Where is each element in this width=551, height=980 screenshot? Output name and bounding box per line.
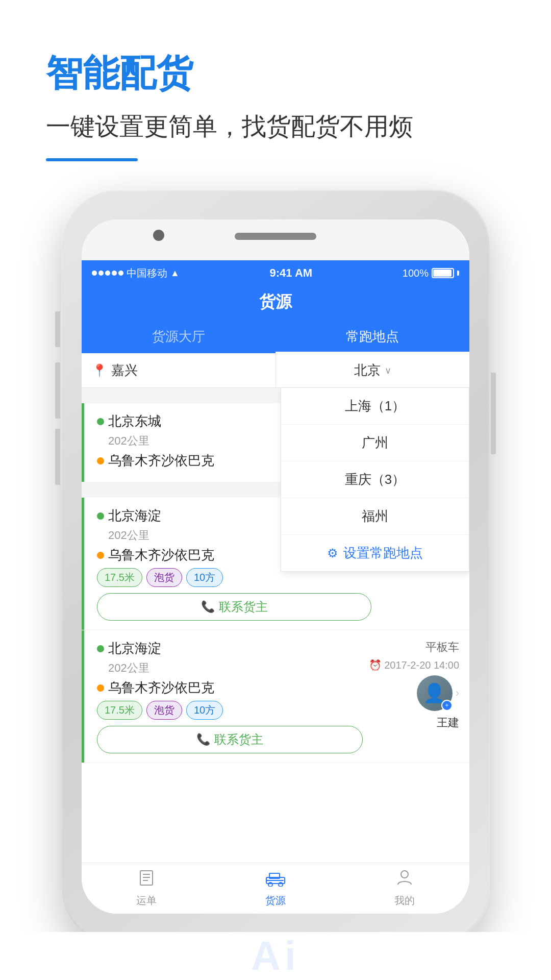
tags-row: 17.5米 泡货 10方 [97,701,363,720]
dest-city: 北京 [354,361,381,379]
status-bar: 中国移动 ▲ 9:41 AM 100% [82,260,469,286]
phone-mockup: 中国移动 ▲ 9:41 AM 100% 货源 货源大厅 常跑地点 [61,189,490,944]
profile-icon [396,869,413,891]
contact-button[interactable]: 📞 联系货主 [97,593,371,621]
tag-cargo-type: 泡货 [146,701,182,720]
settings-label: 设置常跑地点 [343,544,423,562]
route-distance: 202公里 [108,660,363,676]
waybill-label: 运单 [136,894,157,908]
app-header: 货源 货源大厅 常跑地点 [82,286,469,353]
truck-type: 平板车 [425,640,459,655]
phone-icon: 📞 [201,600,215,614]
origin-name: 北京海淀 [108,507,161,525]
location-origin[interactable]: 📍 嘉兴 [82,353,276,387]
city-dropdown[interactable]: 上海（1） 广州 重庆（3） 福州 ⚙ 设置常跑地点 [281,388,469,572]
contact-button[interactable]: 📞 联系货主 [97,726,363,753]
nav-item-cargo[interactable]: 货源 [211,869,340,908]
dest-name: 乌鲁木齐沙依巴克 [108,679,214,697]
settings-gear-icon: ⚙ [327,546,338,560]
tag-volume: 10方 [186,701,223,720]
dropdown-item-shanghai[interactable]: 上海（1） [281,388,469,425]
phone-top-bar [82,219,469,260]
avatar-person-icon: 👤 [423,682,446,704]
main-content: 北京东城 202公里 乌鲁木齐沙依巴克 [82,388,469,763]
contact-label: 联系货主 [214,731,263,748]
list-item-main: 北京海淀 202公里 乌鲁木齐沙依巴克 17.5米 泡货 10方 [92,640,363,753]
status-left: 中国移动 ▲ [92,266,180,280]
chevron-right-icon: › [456,687,459,700]
svg-point-9 [401,871,408,878]
battery-bar [432,268,454,278]
page-underline [46,158,138,161]
avatar-badge-icon: + [445,702,448,709]
nav-item-profile[interactable]: 我的 [340,869,469,908]
cargo-icon [265,869,286,891]
status-time: 9:41 AM [270,266,313,280]
phone-camera [153,230,164,241]
phone-button-volume-down [55,429,60,485]
timestamp: ⏰ 2017-2-20 14:00 [369,659,459,671]
origin-dot [97,512,104,520]
origin-dot [97,645,104,652]
tab-hall[interactable]: 货源大厅 [82,322,276,353]
phone-button-mute [55,311,60,347]
app-tabs: 货源大厅 常跑地点 [82,322,469,353]
signal-dots [92,271,123,276]
location-pin-icon: 📍 [92,363,107,378]
location-bar: 📍 嘉兴 北京 ∨ [82,353,469,388]
phone-button-volume-up [55,362,60,419]
driver-info: 👤 + › [417,675,459,711]
list-item-bar [82,498,84,630]
phone-speaker [235,233,316,240]
nav-item-waybill[interactable]: 运单 [82,869,211,908]
tag-length: 17.5米 [97,701,142,720]
origin-row: 北京海淀 [97,640,363,657]
tag-length: 17.5米 [97,568,142,587]
dropdown-settings[interactable]: ⚙ 设置常跑地点 [281,535,469,571]
tag-cargo-type: 泡货 [146,568,182,587]
dropdown-item-guangzhou[interactable]: 广州 [281,425,469,461]
origin-city: 嘉兴 [111,361,138,379]
driver-name: 王建 [437,715,459,730]
page-header: 智能配货 一键设置更简单，找货配货不用烦 [46,51,413,161]
tag-volume: 10方 [186,568,223,587]
carrier-name: 中国移动 [127,266,167,280]
dropdown-item-chongqing[interactable]: 重庆（3） [281,461,469,498]
ai-text: Ai [251,933,300,979]
dest-row: 乌鲁木齐沙依巴克 [97,679,363,697]
dest-dot [97,457,104,464]
chevron-down-icon: ∨ [385,365,391,376]
dest-name: 乌鲁木齐沙依巴克 [108,546,214,564]
dest-dot [97,552,104,559]
avatar: 👤 + [417,675,453,711]
cargo-label: 货源 [265,894,286,908]
dropdown-item-fuzhou[interactable]: 福州 [281,498,469,535]
battery-fill [433,270,452,277]
phone-screen: 中国移动 ▲ 9:41 AM 100% 货源 货源大厅 常跑地点 [82,219,469,914]
profile-label: 我的 [394,894,415,908]
battery-percent: 100% [403,267,429,279]
list-item-bar [82,630,84,763]
list-item-bar [82,403,84,482]
phone-icon: 📞 [196,733,210,746]
origin-dot [97,418,104,425]
bottom-ai-section: Ai [0,932,551,980]
page-title: 智能配货 [46,51,413,95]
tab-frequent[interactable]: 常跑地点 [276,322,469,353]
waybill-icon [138,869,155,891]
phone-button-power [491,373,496,454]
wifi-icon: ▲ [170,268,180,279]
screen-content: 中国移动 ▲ 9:41 AM 100% 货源 货源大厅 常跑地点 [82,260,469,914]
origin-name: 北京海淀 [108,640,161,657]
battery-tip [457,271,459,276]
bottom-nav: 运单 货源 [82,863,469,914]
dest-name: 乌鲁木齐沙依巴克 [108,452,214,470]
location-destination[interactable]: 北京 ∨ [276,353,470,387]
dest-dot [97,684,104,692]
app-title: 货源 [82,291,469,322]
status-right: 100% [403,267,459,279]
contact-label: 联系货主 [219,599,268,615]
list-item: 北京海淀 202公里 乌鲁木齐沙依巴克 17.5米 泡货 10方 [82,630,469,763]
origin-name: 北京东城 [108,412,161,430]
page-subtitle: 一键设置更简单，找货配货不用烦 [46,110,413,143]
